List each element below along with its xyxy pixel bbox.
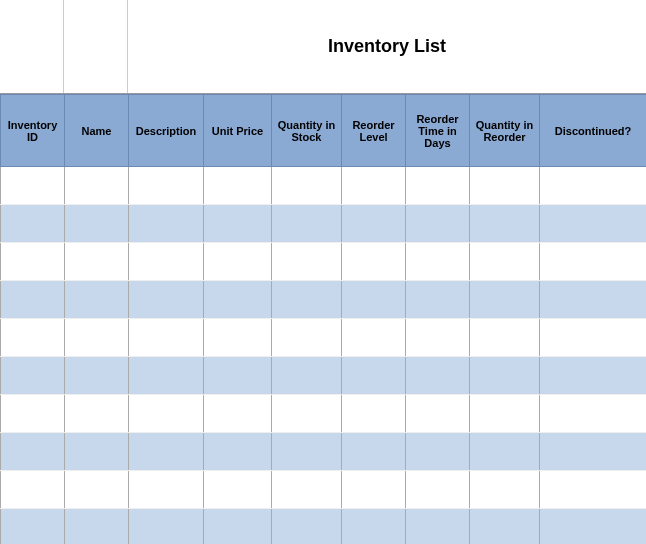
table-cell[interactable] — [65, 167, 129, 205]
table-cell[interactable] — [470, 357, 540, 395]
table-cell[interactable] — [470, 509, 540, 545]
table-cell[interactable] — [540, 319, 647, 357]
table-cell[interactable] — [540, 243, 647, 281]
table-cell[interactable] — [1, 395, 65, 433]
table-cell[interactable] — [65, 243, 129, 281]
table-cell[interactable] — [65, 357, 129, 395]
table-cell[interactable] — [540, 471, 647, 509]
table-cell[interactable] — [129, 319, 204, 357]
table-cell[interactable] — [470, 205, 540, 243]
table-cell[interactable] — [342, 205, 406, 243]
table-cell[interactable] — [204, 471, 272, 509]
table-cell[interactable] — [406, 395, 470, 433]
table-cell[interactable] — [342, 471, 406, 509]
table-cell[interactable] — [540, 357, 647, 395]
table-cell[interactable] — [406, 205, 470, 243]
table-cell[interactable] — [129, 243, 204, 281]
table-row[interactable] — [1, 167, 647, 205]
table-cell[interactable] — [129, 471, 204, 509]
table-cell[interactable] — [540, 205, 647, 243]
table-row[interactable] — [1, 205, 647, 243]
table-row[interactable] — [1, 509, 647, 545]
table-cell[interactable] — [129, 433, 204, 471]
table-cell[interactable] — [342, 395, 406, 433]
table-cell[interactable] — [129, 167, 204, 205]
table-cell[interactable] — [204, 395, 272, 433]
table-cell[interactable] — [1, 167, 65, 205]
table-cell[interactable] — [204, 357, 272, 395]
table-cell[interactable] — [342, 357, 406, 395]
table-row[interactable] — [1, 319, 647, 357]
table-row[interactable] — [1, 243, 647, 281]
table-cell[interactable] — [540, 433, 647, 471]
table-cell[interactable] — [470, 281, 540, 319]
table-cell[interactable] — [1, 509, 65, 545]
table-row[interactable] — [1, 281, 647, 319]
table-cell[interactable] — [65, 509, 129, 545]
table-cell[interactable] — [406, 167, 470, 205]
table-cell[interactable] — [406, 509, 470, 545]
table-cell[interactable] — [1, 281, 65, 319]
table-cell[interactable] — [1, 471, 65, 509]
table-cell[interactable] — [406, 281, 470, 319]
table-cell[interactable] — [272, 357, 342, 395]
table-cell[interactable] — [65, 433, 129, 471]
table-cell[interactable] — [65, 319, 129, 357]
table-cell[interactable] — [470, 395, 540, 433]
table-cell[interactable] — [1, 433, 65, 471]
table-cell[interactable] — [406, 319, 470, 357]
table-cell[interactable] — [272, 471, 342, 509]
table-cell[interactable] — [204, 167, 272, 205]
table-cell[interactable] — [129, 281, 204, 319]
table-cell[interactable] — [406, 471, 470, 509]
table-cell[interactable] — [204, 509, 272, 545]
table-cell[interactable] — [272, 395, 342, 433]
table-cell[interactable] — [204, 319, 272, 357]
table-cell[interactable] — [1, 243, 65, 281]
table-cell[interactable] — [204, 243, 272, 281]
table-cell[interactable] — [470, 433, 540, 471]
table-cell[interactable] — [1, 319, 65, 357]
table-cell[interactable] — [1, 357, 65, 395]
table-cell[interactable] — [204, 433, 272, 471]
table-cell[interactable] — [470, 167, 540, 205]
table-cell[interactable] — [406, 243, 470, 281]
table-cell[interactable] — [1, 205, 65, 243]
table-cell[interactable] — [406, 433, 470, 471]
table-cell[interactable] — [204, 281, 272, 319]
table-cell[interactable] — [470, 243, 540, 281]
table-cell[interactable] — [65, 471, 129, 509]
table-cell[interactable] — [129, 357, 204, 395]
table-cell[interactable] — [540, 167, 647, 205]
table-cell[interactable] — [272, 243, 342, 281]
table-cell[interactable] — [272, 281, 342, 319]
table-row[interactable] — [1, 433, 647, 471]
table-cell[interactable] — [272, 167, 342, 205]
table-cell[interactable] — [65, 395, 129, 433]
table-row[interactable] — [1, 395, 647, 433]
table-cell[interactable] — [129, 509, 204, 545]
table-cell[interactable] — [540, 395, 647, 433]
table-cell[interactable] — [342, 319, 406, 357]
table-cell[interactable] — [65, 281, 129, 319]
table-cell[interactable] — [540, 509, 647, 545]
table-cell[interactable] — [406, 357, 470, 395]
table-cell[interactable] — [342, 167, 406, 205]
table-cell[interactable] — [342, 281, 406, 319]
table-cell[interactable] — [342, 243, 406, 281]
table-row[interactable] — [1, 357, 647, 395]
table-cell[interactable] — [272, 205, 342, 243]
table-cell[interactable] — [204, 205, 272, 243]
table-cell[interactable] — [272, 433, 342, 471]
table-cell[interactable] — [65, 205, 129, 243]
table-cell[interactable] — [342, 509, 406, 545]
table-cell[interactable] — [470, 319, 540, 357]
table-cell[interactable] — [129, 395, 204, 433]
table-cell[interactable] — [470, 471, 540, 509]
table-cell[interactable] — [272, 509, 342, 545]
table-row[interactable] — [1, 471, 647, 509]
table-cell[interactable] — [540, 281, 647, 319]
table-cell[interactable] — [129, 205, 204, 243]
table-cell[interactable] — [342, 433, 406, 471]
table-cell[interactable] — [272, 319, 342, 357]
